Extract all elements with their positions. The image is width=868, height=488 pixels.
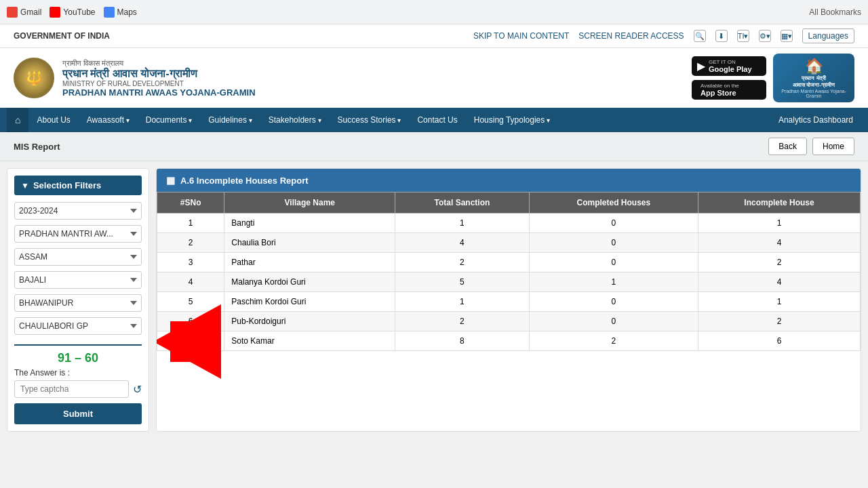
google-play-label-sm: GET IT ON [709, 59, 752, 65]
cell-sno: 1 [157, 214, 224, 233]
gp-filter[interactable]: CHAULIABORI GP [14, 317, 142, 335]
google-play-label-lg: Google Play [709, 65, 752, 73]
nav-contact-us[interactable]: Contact Us [409, 108, 465, 131]
google-play-badge[interactable]: ▶ GET IT ON Google Play [692, 56, 766, 76]
govt-top-bar: GOVERNMENT OF INDIA SKIP TO MAIN CONTENT… [0, 24, 868, 48]
ministry-title-hindi: प्रधान मंत्री आवास योजना-ग्रामीण [62, 68, 256, 80]
report-area: ▦ A.6 Incomplete Houses Report #SNo Vill… [156, 168, 861, 432]
nav-awaassoft[interactable]: Awaassoft [79, 108, 138, 131]
captcha-box: 91 – 60 The Answer is : ↺ Submit [14, 344, 142, 424]
store-badges: ▶ GET IT ON Google Play Available on the… [692, 56, 766, 100]
cell-village: Pub-Kordoiguri [224, 312, 395, 331]
filter-icon: ▼ [21, 181, 29, 190]
sidebar-header: ▼ Selection Filters [14, 176, 142, 195]
cell-completed: 0 [529, 253, 698, 272]
captcha-equation: 91 – 60 [14, 351, 142, 365]
youtube-label: YouTube [63, 7, 95, 17]
bookmarks-label: All Bookmarks [809, 7, 861, 17]
captcha-input[interactable] [14, 380, 129, 398]
cell-incomplete: 1 [698, 292, 860, 312]
cell-sno: 4 [157, 272, 224, 292]
sidebar: ▼ Selection Filters 2023-2024 PRADHAN MA… [7, 168, 149, 432]
pmay-logo: 🏠 प्रधान मंत्रीआवास योजना-ग्रामीण Pradha… [773, 54, 854, 102]
back-button[interactable]: Back [768, 138, 807, 155]
breadcrumb-text: MIS Report [14, 142, 60, 152]
cell-total: 5 [395, 272, 530, 292]
main-nav: ⌂ About Us Awaassoft Documents Guideline… [0, 108, 868, 132]
submit-button[interactable]: Submit [14, 403, 142, 424]
captcha-label: The Answer is : [14, 368, 142, 378]
col-incomplete: Incomplete House [698, 192, 860, 214]
block-filter[interactable]: BHAWANIPUR [14, 294, 142, 312]
app-store-label-sm: Available on the [701, 83, 739, 89]
settings-icon[interactable]: ⚙▾ [759, 30, 771, 42]
report-table-head: #SNo Village Name Total Sanction Complet… [157, 192, 861, 214]
gmail-tab[interactable]: Gmail [7, 7, 41, 18]
text-size-icon[interactable]: TI▾ [737, 30, 749, 42]
table-row: 5 Paschim Kordoi Guri 1 0 1 [157, 292, 861, 312]
app-store-label-lg: App Store [701, 89, 739, 97]
nav-success-stories[interactable]: Success Stories [330, 108, 410, 131]
ministry-hindi: ग्रामीण विकास मंत्रालय [62, 59, 256, 68]
cell-village: Paschim Kordoi Guri [224, 292, 395, 312]
app-store-badge[interactable]: Available on the App Store [692, 80, 766, 100]
cell-completed: 0 [529, 312, 698, 331]
languages-button[interactable]: Languages [802, 28, 854, 43]
table-row: 4 Malanya Kordoi Guri 5 1 4 [157, 272, 861, 292]
year-filter[interactable]: 2023-2024 [14, 202, 142, 220]
col-completed: Completed Houses [529, 192, 698, 214]
report-table-body: 1 Bangti 1 0 1 2 Chaulia Bori 4 0 4 3 Pa… [157, 214, 861, 351]
captcha-refresh-icon[interactable]: ↺ [133, 383, 142, 396]
cell-incomplete: 4 [698, 272, 860, 292]
cell-completed: 0 [529, 233, 698, 253]
nav-guidelines[interactable]: Guidelines [200, 108, 260, 131]
skip-link[interactable]: SKIP TO MAIN CONTENT [473, 31, 569, 41]
browser-bar: Gmail YouTube Maps All Bookmarks [0, 0, 868, 24]
cell-sno: 2 [157, 233, 224, 253]
cell-completed: 0 [529, 292, 698, 312]
table-row: 6 Pub-Kordoiguri 2 0 2 [157, 312, 861, 331]
nav-home[interactable]: ⌂ [7, 108, 28, 132]
district-filter[interactable]: BAJALI [14, 271, 142, 289]
nav-stakeholders[interactable]: Stakeholders [260, 108, 330, 131]
nav-about-us[interactable]: About Us [28, 108, 78, 131]
cell-village: Pathar [224, 253, 395, 272]
govt-emblem: 🔱 [14, 58, 54, 98]
report-table-header-row: #SNo Village Name Total Sanction Complet… [157, 192, 861, 214]
ministry-text: ग्रामीण विकास मंत्रालय प्रधान मंत्री आवा… [62, 59, 256, 98]
nav-analytics-dashboard[interactable]: Analytics Dashboard [770, 108, 861, 131]
maps-icon [104, 7, 115, 18]
state-filter[interactable]: ASSAM [14, 248, 142, 266]
ministry-header: 🔱 ग्रामीण विकास मंत्रालय प्रधान मंत्री आ… [0, 48, 868, 108]
scheme-filter[interactable]: PRADHAN MANTRI AW... [14, 225, 142, 243]
breadcrumb-actions: Back Home [768, 138, 854, 155]
nav-housing-typologies[interactable]: Housing Typologies [466, 108, 558, 131]
report-table: #SNo Village Name Total Sanction Complet… [157, 192, 861, 351]
cell-village: Chaulia Bori [224, 233, 395, 253]
cell-completed: 2 [529, 331, 698, 351]
breadcrumb-bar: MIS Report Back Home [0, 132, 868, 161]
cell-incomplete: 6 [698, 331, 860, 351]
download-icon[interactable]: ⬇ [715, 30, 728, 42]
table-row: 1 Bangti 1 0 1 [157, 214, 861, 233]
ministry-left: 🔱 ग्रामीण विकास मंत्रालय प्रधान मंत्री आ… [14, 58, 256, 98]
col-village: Village Name [224, 192, 395, 214]
nav-documents[interactable]: Documents [138, 108, 200, 131]
ministry-title-en: PRADHAN MANTRI AWAAS YOJANA-GRAMIN [62, 87, 256, 98]
cell-total: 2 [395, 312, 530, 331]
cell-village: Malanya Kordoi Guri [224, 272, 395, 292]
report-title: A.6 Incomplete Houses Report [180, 176, 309, 186]
youtube-tab[interactable]: YouTube [50, 7, 95, 18]
search-icon[interactable]: 🔍 [694, 30, 706, 42]
screen-reader-link[interactable]: SCREEN READER ACCESS [578, 31, 684, 41]
cell-sno: 6 [157, 312, 224, 331]
maps-tab[interactable]: Maps [104, 7, 137, 18]
theme-icon[interactable]: ▦▾ [781, 30, 793, 42]
cell-village: Bangti [224, 214, 395, 233]
gmail-icon [7, 7, 18, 18]
home-button[interactable]: Home [812, 138, 854, 155]
cell-incomplete: 4 [698, 233, 860, 253]
table-row: 3 Pathar 2 0 2 [157, 253, 861, 272]
cell-total: 1 [395, 292, 530, 312]
report-icon: ▦ [166, 175, 175, 186]
